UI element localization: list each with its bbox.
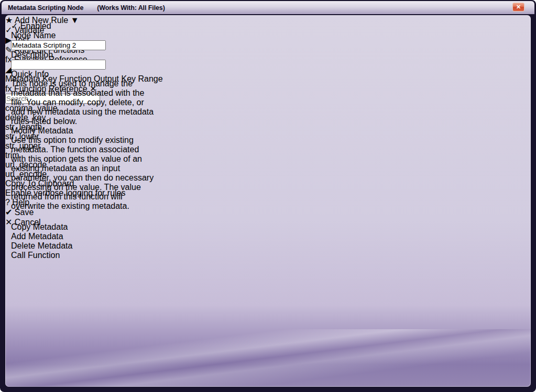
enabled-row: ✓ Enabled: [11, 21, 155, 31]
quick-info-text: This node is used to manage the metadata…: [11, 79, 155, 126]
quick-info-header: Quick Info: [11, 70, 155, 79]
description-input[interactable]: [11, 60, 106, 70]
section-call-function[interactable]: Call Function: [11, 251, 155, 260]
node-config-panel: ✓ Enabled Node Name Description Quick In…: [11, 21, 155, 384]
node-name-input[interactable]: [11, 40, 106, 50]
metadata-scripting-node-window: Metadata Scripting Node (Works With: All…: [0, 0, 536, 392]
window-works-with: (Works With: All Files): [97, 4, 165, 12]
close-icon: ✕: [516, 4, 521, 10]
modify-metadata-text: Use this option to modify existing metad…: [11, 136, 155, 211]
section-modify-metadata[interactable]: Modify Metadata: [11, 126, 155, 136]
section-delete-metadata[interactable]: Delete Metadata: [11, 241, 155, 251]
node-name-label: Node Name: [11, 31, 155, 40]
checkbox-check-icon: ✓: [11, 21, 18, 30]
section-copy-metadata[interactable]: Copy Metadata: [11, 222, 155, 232]
description-label: Description: [11, 50, 155, 60]
title-bar: Metadata Scripting Node (Works With: All…: [2, 1, 534, 14]
help-icon: ?: [5, 198, 10, 207]
enabled-checkbox[interactable]: ✓: [11, 21, 18, 30]
enabled-label: Enabled: [20, 21, 51, 30]
window-close-button[interactable]: ✕: [512, 3, 524, 12]
dialog-body: ✓ Enabled Node Name Description Quick In…: [5, 15, 531, 387]
window-title: Metadata Scripting Node: [8, 4, 83, 12]
quick-info-title: Quick Info: [11, 70, 49, 79]
section-add-metadata[interactable]: Add Metadata: [11, 232, 155, 241]
